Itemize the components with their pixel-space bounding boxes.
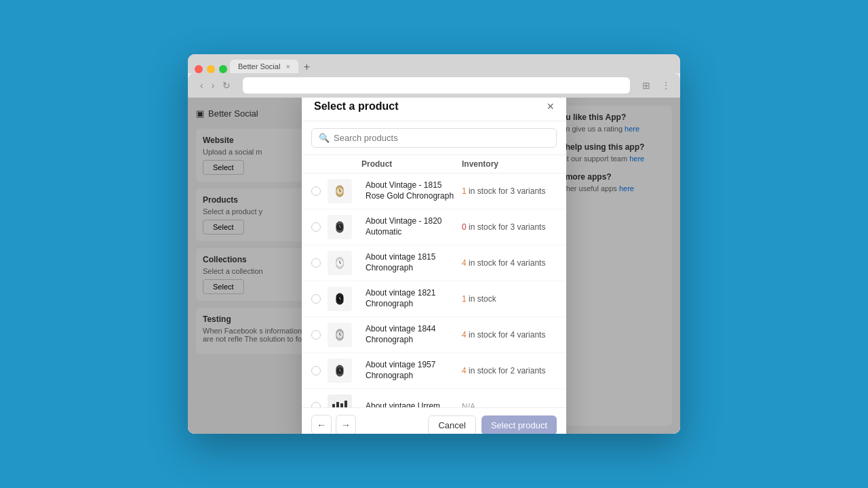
modal-close-button[interactable]: × bbox=[547, 100, 554, 113]
reload-button[interactable]: ↻ bbox=[220, 79, 233, 92]
prev-page-button[interactable]: ← bbox=[311, 415, 332, 434]
pagination-nav: ← → bbox=[311, 415, 356, 434]
inventory-value: 1 in stock for 3 variants bbox=[462, 186, 557, 196]
product-radio-1[interactable] bbox=[311, 222, 321, 232]
footer-actions: Cancel Select product bbox=[428, 415, 557, 434]
browser-window: Better Social × + ‹ › ↻ ⊞ ⋮ ▣ Better Soc… bbox=[188, 54, 680, 434]
modal-title: Select a product bbox=[314, 100, 398, 113]
modal-footer: ← → Cancel Select product bbox=[302, 407, 566, 434]
inventory-value: 4 in stock for 4 variants bbox=[462, 330, 557, 340]
product-table: Product Inventory About Vintage - 1815 R… bbox=[302, 155, 566, 407]
table-row[interactable]: About vintage Urrem N/A bbox=[302, 389, 566, 407]
product-name-3: About vintage 1821 Chronograph bbox=[361, 288, 462, 309]
table-row[interactable]: About Vintage - 1820 Automatic 0 in stoc… bbox=[302, 209, 566, 245]
product-search-input[interactable] bbox=[334, 133, 549, 143]
table-row[interactable]: About vintage 1957 Chronograph 4 in stoc… bbox=[302, 353, 566, 389]
product-name-4: About vintage 1844 Chronograph bbox=[361, 324, 462, 345]
inventory-value: 0 in stock for 3 variants bbox=[462, 222, 557, 232]
search-input-wrap: 🔍 bbox=[311, 128, 557, 148]
inventory-value: 1 in stock bbox=[462, 294, 557, 304]
table-row[interactable]: About vintage 1815 Chronograph 4 in stoc… bbox=[302, 245, 566, 281]
product-name-0: About Vintage - 1815 Rose Gold Chronogra… bbox=[361, 180, 462, 201]
cancel-button[interactable]: Cancel bbox=[428, 415, 475, 434]
product-radio-5[interactable] bbox=[311, 366, 321, 375]
tab-close-icon[interactable]: × bbox=[285, 62, 290, 70]
minimize-traffic-light[interactable] bbox=[207, 65, 215, 73]
inventory-col-header: Inventory bbox=[462, 159, 557, 169]
address-bar-container bbox=[243, 77, 630, 94]
modal-header: Select a product × bbox=[302, 98, 566, 121]
inventory-value: 4 in stock for 2 variants bbox=[462, 366, 557, 375]
back-button[interactable]: ‹ bbox=[197, 79, 206, 92]
product-name-2: About vintage 1815 Chronograph bbox=[361, 252, 462, 273]
maximize-traffic-light[interactable] bbox=[219, 65, 227, 73]
table-header: Product Inventory bbox=[302, 155, 566, 174]
table-row[interactable]: About vintage 1844 Chronograph 4 in stoc… bbox=[302, 317, 566, 353]
browser-nav: ‹ › ↻ bbox=[197, 79, 233, 92]
product-col-header: Product bbox=[361, 159, 462, 169]
inventory-value: 4 in stock for 4 variants bbox=[462, 258, 557, 268]
search-icon: 🔍 bbox=[319, 133, 330, 143]
menu-button[interactable]: ⋮ bbox=[658, 79, 673, 92]
product-radio-6[interactable] bbox=[311, 402, 321, 407]
tab-bar: Better Social × + bbox=[188, 54, 680, 73]
inventory-value: N/A bbox=[462, 402, 557, 407]
forward-button[interactable]: › bbox=[209, 79, 218, 92]
next-page-button[interactable]: → bbox=[336, 415, 356, 434]
table-row[interactable]: About Vintage - 1815 Rose Gold Chronogra… bbox=[302, 174, 566, 209]
browser-tab[interactable]: Better Social × bbox=[230, 60, 298, 73]
modal-search: 🔍 bbox=[302, 121, 566, 155]
product-radio-2[interactable] bbox=[311, 258, 321, 268]
new-tab-button[interactable]: + bbox=[301, 61, 313, 73]
product-name-5: About vintage 1957 Chronograph bbox=[361, 360, 462, 381]
browser-content: ▣ Better Social Delete Instructions Webs… bbox=[188, 98, 680, 434]
product-radio-4[interactable] bbox=[311, 330, 321, 340]
product-radio-3[interactable] bbox=[311, 294, 321, 304]
table-row[interactable]: About vintage 1821 Chronograph 1 in stoc… bbox=[302, 281, 566, 317]
product-name-6: About vintage Urrem bbox=[361, 401, 462, 407]
product-select-modal: Select a product × 🔍 Product Inventory bbox=[302, 98, 566, 434]
product-rows-container: About Vintage - 1815 Rose Gold Chronogra… bbox=[302, 174, 566, 407]
close-traffic-light[interactable] bbox=[195, 65, 203, 73]
select-product-button[interactable]: Select product bbox=[481, 415, 557, 434]
bookmark-button[interactable]: ⊞ bbox=[639, 79, 653, 92]
product-radio-0[interactable] bbox=[311, 186, 321, 196]
modal-overlay: Select a product × 🔍 Product Inventory bbox=[188, 98, 680, 434]
tab-label: Better Social bbox=[238, 62, 280, 70]
product-name-1: About Vintage - 1820 Automatic bbox=[361, 216, 462, 237]
browser-toolbar: ‹ › ↻ ⊞ ⋮ bbox=[188, 73, 680, 98]
traffic-lights bbox=[195, 65, 227, 73]
